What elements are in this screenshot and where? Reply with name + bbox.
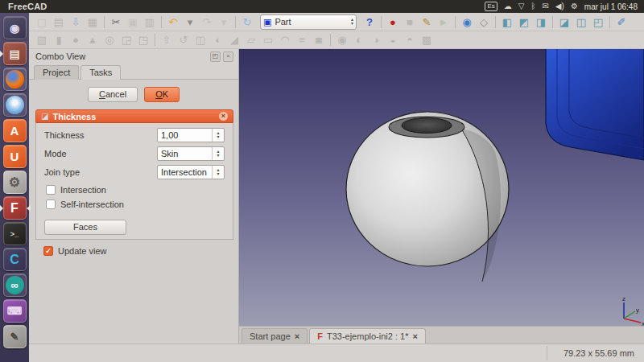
volume-icon[interactable]: ◀) [555, 1, 564, 12]
close-taskbox-icon[interactable]: × [219, 112, 228, 121]
dropdown-arrows[interactable]: ▴▾ [212, 166, 224, 179]
launcher-item-freecad[interactable]: F [3, 196, 27, 220]
ruled-surface-button[interactable]: ▱ [243, 32, 259, 47]
launcher-item-files[interactable]: ▤ [3, 42, 27, 65]
network-icon[interactable]: ▽ [518, 1, 525, 12]
macro-run-button[interactable]: ► [436, 14, 452, 30]
shape-builder-button[interactable]: ◳ [135, 32, 151, 47]
thickness-spinbox[interactable]: 1,00 ▴▾ [157, 128, 225, 142]
redo-button[interactable]: ↷ [199, 14, 215, 30]
primitives-dialog-button[interactable]: ◲ [118, 32, 134, 47]
ok-button[interactable]: OK [144, 87, 180, 102]
macro-edit-button[interactable]: ✎ [419, 14, 435, 30]
document-tab-t33-ejemplo-ini2-1-[interactable]: FT33-ejemplo-ini2 : 1*× [309, 328, 426, 343]
view-bottom-button[interactable]: ◫ [573, 14, 589, 30]
launcher-item-terminal[interactable]: >_ [3, 222, 27, 245]
print-button[interactable]: ▦ [85, 14, 101, 30]
sweep-button[interactable]: ◠ [277, 32, 293, 47]
boolean-common-button[interactable]: ◑ [368, 32, 384, 47]
intersection-checkbox[interactable] [46, 185, 56, 195]
compound-button[interactable]: ▩ [419, 32, 435, 47]
launcher-item-ubuntu-one[interactable]: U [3, 145, 27, 168]
close-panel-icon[interactable]: × [223, 51, 233, 62]
sphere-hole[interactable] [402, 118, 452, 134]
chamfer-button[interactable]: ◢ [226, 32, 242, 47]
open-file-button[interactable]: ▤ [51, 14, 67, 30]
join-type-select[interactable]: Intersection ▴▾ [157, 165, 225, 179]
clock[interactable]: mar jul 1 06:48 [584, 2, 644, 11]
tab-tasks[interactable]: Tasks [80, 65, 121, 80]
launcher-item-chromium[interactable] [3, 93, 27, 117]
copy-button[interactable]: ▣ [125, 14, 141, 30]
primitive-cone-button[interactable]: ▲ [85, 32, 101, 47]
3d-viewport[interactable]: z y x [239, 49, 644, 326]
launcher-item-software-center[interactable]: A [3, 119, 27, 142]
whats-this-button[interactable]: ? [361, 14, 378, 30]
launcher-item-ubuntu-dash[interactable]: ◉ [3, 16, 27, 39]
launcher-item-firefox[interactable] [3, 68, 27, 91]
extrude-button[interactable]: ⇧ [159, 32, 175, 47]
mail-icon[interactable]: ✉ [542, 1, 548, 12]
dropdown-arrows[interactable]: ▴▾ [351, 18, 353, 26]
view-front-button[interactable]: ◧ [499, 14, 515, 30]
close-tab-icon[interactable]: × [412, 331, 417, 341]
macro-stop-button[interactable]: ■ [402, 14, 418, 30]
close-tab-icon[interactable]: × [295, 331, 299, 341]
redo-menu-button[interactable]: ▾ [216, 14, 232, 30]
launcher-item-code-app[interactable]: C [3, 248, 27, 271]
mirror-button[interactable]: ◫ [192, 32, 208, 47]
launcher-item-arduino[interactable]: ∞ [3, 274, 27, 297]
view-rear-button[interactable]: ◪ [556, 14, 572, 30]
session-gear-icon[interactable]: ⚙ [571, 1, 578, 12]
measure-button[interactable]: ✐ [613, 14, 630, 30]
launcher-item-system-settings[interactable]: ⚙ [3, 171, 27, 194]
thickness-value[interactable]: 1,00 [158, 130, 212, 140]
cloud-icon[interactable]: ☁ [504, 1, 512, 12]
float-panel-icon[interactable]: ◰ [210, 51, 221, 62]
launcher-item-purple-device[interactable]: ⌨ [3, 299, 27, 323]
view-fit-all-button[interactable]: ◉ [459, 14, 475, 30]
workbench-selector[interactable]: ▣Part▴▾ [260, 14, 357, 30]
cancel-button[interactable]: Cancel [88, 87, 138, 102]
undo-menu-button[interactable]: ▾ [182, 14, 198, 30]
self-intersection-checkbox[interactable] [46, 200, 56, 209]
update-view-checkbox[interactable]: ✓ [43, 246, 53, 256]
mode-select[interactable]: Skin ▴▾ [157, 146, 225, 161]
selected-box-object[interactable] [546, 49, 644, 160]
dropdown-arrows[interactable]: ▴▾ [212, 147, 224, 160]
launcher-item-document-tool[interactable]: ✎ [3, 325, 27, 348]
fillet-button[interactable]: ◖ [209, 32, 225, 47]
revolve-button[interactable]: ↺ [175, 32, 192, 47]
mode-value[interactable]: Skin [158, 149, 212, 158]
primitive-box-button[interactable]: ▧ [34, 32, 50, 47]
cut-button[interactable]: ✂ [108, 14, 124, 30]
refresh-button[interactable]: ↻ [239, 14, 255, 30]
offset-button[interactable]: ≡ [294, 32, 310, 47]
view-top-button[interactable]: ◩ [516, 14, 532, 30]
view-axonometric-button[interactable]: ◇ [476, 14, 492, 30]
boolean-cut-button[interactable]: ◐ [351, 32, 367, 47]
thickness-tool-button[interactable]: ◙ [311, 32, 327, 47]
view-left-button[interactable]: ◰ [590, 14, 606, 30]
faces-button[interactable]: Faces [44, 220, 126, 235]
tab-project[interactable]: Project [34, 65, 79, 80]
spinner-arrows[interactable]: ▴▾ [212, 129, 224, 142]
save-button[interactable]: ⇩ [68, 14, 84, 30]
primitive-sphere-button[interactable]: ● [68, 32, 84, 47]
loft-button[interactable]: ▭ [260, 32, 276, 47]
cross-sections-button[interactable]: ◓ [402, 32, 418, 47]
bluetooth-icon[interactable]: ᛒ [530, 1, 535, 12]
paste-button[interactable]: ▥ [142, 14, 158, 30]
undo-button[interactable]: ↶ [165, 14, 181, 30]
section-button[interactable]: ◒ [385, 32, 401, 47]
thickness-taskbox-header[interactable]: ◪ Thickness × [35, 109, 233, 123]
join-type-value[interactable]: Intersection [158, 167, 212, 177]
keyboard-indicator[interactable]: Es [485, 2, 497, 11]
primitive-cylinder-button[interactable]: ▮ [51, 32, 67, 47]
document-tab-start-page[interactable]: Start page× [242, 328, 308, 343]
boolean-union-button[interactable]: ◉ [334, 32, 350, 47]
new-file-button[interactable]: ▢ [34, 14, 50, 30]
view-right-button[interactable]: ◨ [533, 14, 549, 30]
macro-record-button[interactable]: ● [385, 14, 401, 30]
primitive-torus-button[interactable]: ◎ [101, 32, 118, 47]
